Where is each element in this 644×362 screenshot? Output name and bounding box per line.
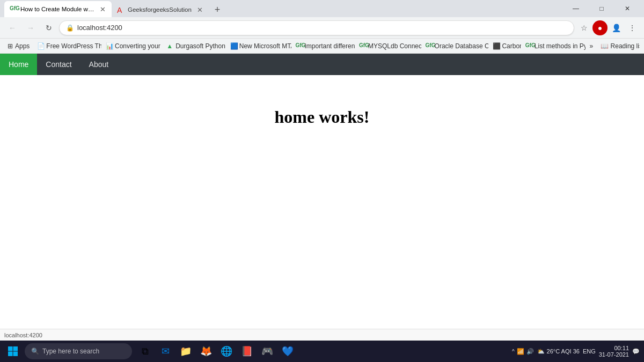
bookmark-3[interactable]: ▲ Durgasoft Python -...	[163, 41, 226, 51]
bookmark-star-icon[interactable]: ☆	[576, 20, 591, 35]
firefox-icon: 🦊	[200, 345, 212, 357]
svg-rect-0	[8, 346, 13, 351]
bm4-favicon: 🟦	[230, 42, 238, 50]
search-icon: 🔍	[31, 348, 39, 355]
taskbar-search[interactable]: 🔍 Type here to search	[25, 343, 132, 359]
task-view-button[interactable]: ⧉	[135, 342, 155, 361]
bm5-label: Important differenc...	[305, 42, 355, 50]
app7-icon: 🎮	[261, 345, 273, 357]
app-navbar: Home Contact About	[0, 54, 644, 75]
svg-rect-3	[13, 352, 18, 357]
nav-contact[interactable]: Contact	[37, 54, 80, 75]
bm2-favicon: 📊	[106, 42, 113, 50]
sys-tray: ^ 📶 🔊	[512, 348, 534, 355]
bookmark-2[interactable]: 📊 Converting your file	[103, 41, 162, 51]
status-bar: localhost:4200	[0, 329, 644, 341]
mail-icon: ✉	[162, 345, 170, 357]
tab2-title: GeeksforgeeksSolution	[128, 6, 192, 13]
reading-list-button[interactable]: 📖 Reading list	[597, 41, 640, 51]
close-button[interactable]: ✕	[615, 0, 640, 17]
chrome-app[interactable]: 🌐	[217, 342, 236, 361]
task-view-icon: ⧉	[142, 346, 149, 357]
tab1-favicon: GfG	[10, 5, 17, 13]
bookmark-8[interactable]: ⬛ Carbon	[489, 41, 521, 51]
bm7-favicon: GfG	[426, 42, 433, 50]
bm3-label: Durgasoft Python -...	[175, 42, 226, 50]
minimize-button[interactable]: —	[564, 0, 588, 17]
extensions-icon[interactable]: ●	[592, 20, 608, 35]
date-display: 31-07-2021	[599, 351, 629, 358]
bm7-label: Oracle Database Co...	[435, 42, 489, 50]
apps-label: Apps	[15, 42, 30, 50]
svg-rect-1	[13, 346, 18, 351]
bm9-label: List methods in Pyt...	[535, 42, 586, 50]
tab-2[interactable]: A GeeksforgeeksSolution ✕	[112, 2, 210, 17]
bookmark-1[interactable]: 📄 Free WordPress The...	[34, 41, 101, 51]
security-icon: 🔒	[66, 24, 74, 32]
profile-icon[interactable]: 👤	[609, 20, 624, 35]
back-button[interactable]: ←	[4, 20, 20, 36]
bm4-label: New Microsoft MTA...	[239, 42, 291, 50]
nav-home[interactable]: Home	[0, 54, 37, 75]
chevron-up-icon[interactable]: ^	[512, 349, 515, 354]
apps-bookmark[interactable]: ⊞ Apps	[4, 41, 33, 51]
weather-text: 26°C AQI 36	[547, 348, 580, 354]
tab-strip: GfG How to Create Module with Rou... ✕ A…	[4, 0, 561, 17]
bookmark-7[interactable]: GfG Oracle Database Co...	[422, 41, 489, 51]
clock-widget[interactable]: 00:11 31-07-2021	[599, 345, 629, 358]
chrome-icon: 🌐	[221, 345, 232, 357]
title-bar: GfG How to Create Module with Rou... ✕ A…	[0, 0, 644, 17]
bm1-label: Free WordPress The...	[46, 42, 101, 50]
address-bar[interactable]: 🔒 localhost:4200	[59, 20, 574, 35]
bm2-label: Converting your file	[115, 42, 162, 50]
acrobat-icon: 📕	[241, 345, 253, 357]
mail-app[interactable]: ✉	[156, 342, 175, 361]
network-icon[interactable]: 📶	[517, 348, 524, 355]
taskbar: 🔍 Type here to search ⧉ ✉ 📁 🦊 🌐 📕	[0, 341, 644, 362]
app-7[interactable]: 🎮	[258, 342, 277, 361]
new-tab-button[interactable]: +	[210, 2, 225, 17]
bookmark-9[interactable]: GfG List methods in Pyt...	[522, 41, 586, 51]
tab-1[interactable]: GfG How to Create Module with Rou... ✕	[4, 1, 112, 17]
sound-icon[interactable]: 🔊	[526, 348, 534, 355]
vscode-icon: 💙	[282, 345, 294, 357]
nav-contact-label: Contact	[46, 60, 71, 69]
more-options-icon[interactable]: ⋮	[625, 20, 640, 35]
bookmark-4[interactable]: 🟦 New Microsoft MTA...	[227, 41, 291, 51]
forward-button[interactable]: →	[23, 20, 39, 36]
tab2-close[interactable]: ✕	[196, 5, 204, 14]
folder-icon: 📁	[180, 345, 192, 357]
bm3-favicon: ▲	[166, 42, 174, 50]
language-indicator: ENG	[583, 348, 596, 354]
status-url: localhost:4200	[4, 332, 42, 338]
start-button[interactable]	[2, 341, 24, 362]
main-content: home works!	[0, 75, 644, 329]
tab2-favicon: A	[117, 6, 125, 13]
nav-about[interactable]: About	[80, 54, 118, 75]
acrobat-app[interactable]: 📕	[237, 342, 257, 361]
weather-widget[interactable]: ⛅ 26°C AQI 36	[537, 348, 580, 355]
window-controls: — □ ✕	[564, 0, 640, 17]
bookmark-6[interactable]: GfG MYSQLdb Connecti...	[356, 41, 421, 51]
notification-icon[interactable]: 💬	[632, 348, 640, 355]
more-bookmarks-button[interactable]: »	[587, 41, 597, 51]
reading-list-label: 📖 Reading list	[601, 42, 640, 50]
tab1-close[interactable]: ✕	[99, 5, 106, 13]
time-display: 00:11	[614, 345, 629, 351]
svg-rect-2	[8, 352, 13, 357]
firefox-app[interactable]: 🦊	[196, 342, 216, 361]
taskbar-right: ^ 📶 🔊 ⛅ 26°C AQI 36 ENG 00:11 31-07-2021…	[512, 345, 642, 358]
vscode-app[interactable]: 💙	[278, 342, 297, 361]
nav-actions: ☆ ● 👤 ⋮	[576, 20, 640, 35]
taskbar-items: ⧉ ✉ 📁 🦊 🌐 📕 🎮 💙	[135, 342, 297, 361]
bm6-label: MYSQLdb Connecti...	[368, 42, 421, 50]
refresh-button[interactable]: ↻	[41, 20, 57, 36]
maximize-button[interactable]: □	[589, 0, 614, 17]
bm5-favicon: GfG	[296, 42, 303, 50]
cloud-icon: ⛅	[537, 348, 545, 355]
bm8-label: Carbon	[502, 42, 521, 50]
address-text: localhost:4200	[77, 24, 567, 32]
bookmark-5[interactable]: GfG Important differenc...	[292, 41, 355, 51]
file-explorer[interactable]: 📁	[176, 342, 195, 361]
browser-window: GfG How to Create Module with Rou... ✕ A…	[0, 0, 644, 362]
